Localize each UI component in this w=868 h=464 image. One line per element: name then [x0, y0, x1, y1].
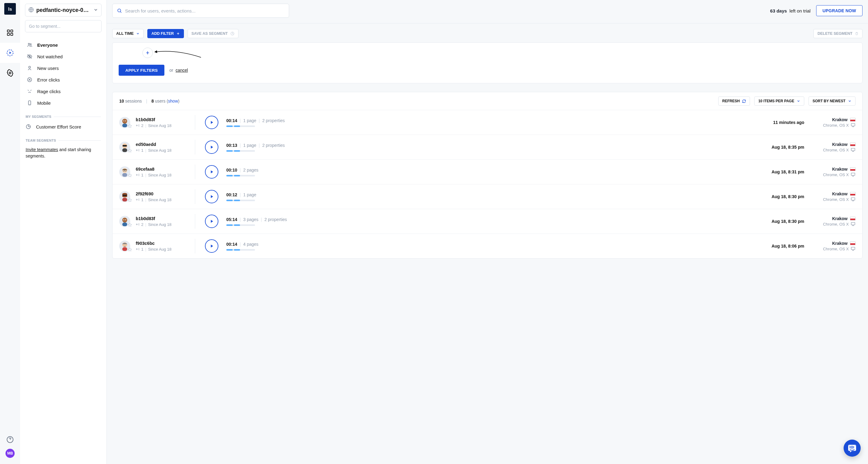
visits-icon: [136, 198, 140, 201]
my-segments-heading: MY SEGMENTS: [20, 115, 106, 118]
star-icon[interactable]: [128, 248, 132, 253]
sort-button[interactable]: SORT BY NEWEST: [808, 96, 856, 106]
mobile-icon: [27, 100, 32, 106]
nav-settings[interactable]: [0, 63, 20, 83]
rage-icon: [27, 89, 32, 94]
add-filter-circle[interactable]: [143, 48, 153, 58]
star-icon[interactable]: [128, 124, 132, 129]
session-meta: 05:14|3 pages|2 properties: [226, 217, 315, 226]
session-row[interactable]: 69cefaa81|Since Aug 1800:10|2 pagesAug 1…: [113, 160, 862, 184]
play-button[interactable]: [205, 239, 218, 253]
session-time: Aug 18, 8:06 pm: [320, 243, 804, 249]
visit-count: 2: [141, 123, 143, 128]
save-segment-button[interactable]: SAVE AS SEGMENT: [188, 29, 239, 38]
page-count: 1 page: [243, 118, 256, 123]
user-avatar[interactable]: MB: [5, 449, 14, 458]
session-meta: 00:14|1 page|2 properties: [226, 118, 315, 127]
page-count: 3 pages: [243, 217, 258, 222]
visits-icon: [136, 247, 140, 251]
segment-search-input[interactable]: [29, 24, 98, 29]
flag-icon: [850, 167, 856, 171]
session-row[interactable]: f903c6bc1|Since Aug 1800:14|4 pagesAug 1…: [113, 234, 862, 258]
flag-icon: [850, 118, 856, 121]
environment: Chrome, OS X: [823, 172, 849, 177]
environment: Chrome, OS X: [823, 148, 849, 152]
segment-item[interactable]: Error clicks: [21, 74, 105, 85]
play-button[interactable]: [205, 214, 218, 228]
show-users-link[interactable]: show: [168, 98, 178, 104]
svg-rect-30: [122, 173, 127, 177]
progress-bar: [226, 175, 255, 176]
play-button[interactable]: [205, 165, 218, 179]
upgrade-button[interactable]: UPGRADE NOW: [816, 5, 863, 16]
session-row[interactable]: b1b0d83f2|Since Aug 1800:14|1 page|2 pro…: [113, 110, 862, 135]
segment-item[interactable]: New users: [21, 62, 105, 74]
page-count: 1 page: [243, 143, 256, 148]
desktop-icon: [850, 197, 856, 202]
svg-rect-48: [851, 247, 855, 250]
flag-icon: [850, 217, 856, 221]
visits-icon: [136, 223, 140, 226]
page-count: 4 pages: [243, 242, 258, 246]
global-search-input[interactable]: [125, 8, 284, 13]
session-location: KrakowChrome, OS X: [810, 241, 856, 251]
segment-item[interactable]: Rage clicks: [21, 85, 105, 97]
star-icon[interactable]: [128, 198, 132, 203]
segment-item-label: Not watched: [37, 54, 63, 59]
svg-rect-22: [851, 124, 855, 126]
segment-item[interactable]: Everyone: [21, 39, 105, 51]
svg-rect-41: [122, 223, 127, 226]
flag-icon: [850, 241, 856, 245]
segment-item-label: Customer Effort Score: [36, 124, 81, 129]
refresh-button[interactable]: REFRESH: [718, 96, 750, 106]
session-row[interactable]: 2f92f6901|Since Aug 1800:12|1 pageAug 18…: [113, 184, 862, 209]
nav-sessions[interactable]: [0, 43, 20, 63]
visits-icon: [136, 173, 140, 177]
segment-item[interactable]: Mobile: [21, 97, 105, 109]
svg-point-18: [122, 119, 127, 124]
city: Krakow: [832, 167, 847, 172]
segment-item-label: Rage clicks: [37, 89, 61, 94]
visits-icon: [136, 148, 140, 152]
session-meta: 00:10|2 pages: [226, 168, 315, 176]
filter-toolbar: ALL TIME ADD FILTER SAVE AS SEGMENT DELE…: [112, 24, 863, 38]
svg-rect-47: [122, 247, 127, 251]
invite-teammates-link[interactable]: Invite teammates: [26, 147, 58, 152]
segment-search[interactable]: [25, 20, 101, 32]
environment: Chrome, OS X: [823, 246, 849, 251]
svg-point-21: [125, 121, 126, 121]
apply-filters-button[interactable]: APPLY FILTERS: [119, 65, 164, 76]
play-button[interactable]: [205, 116, 218, 129]
play-button[interactable]: [205, 190, 218, 203]
play-button[interactable]: [205, 140, 218, 154]
delete-segment-button[interactable]: DELETE SEGMENT: [813, 29, 863, 38]
session-meta: 00:14|4 pages: [226, 242, 315, 251]
segment-item-ces[interactable]: Customer Effort Score: [20, 121, 106, 133]
star-icon[interactable]: [128, 173, 132, 179]
duration: 00:14: [226, 242, 237, 246]
session-row[interactable]: ed50aedd1|Since Aug 1800:13|1 page|2 pro…: [113, 135, 862, 160]
star-icon[interactable]: [128, 223, 132, 228]
time-range-button[interactable]: ALL TIME: [112, 29, 144, 38]
help-button[interactable]: [0, 436, 20, 443]
trash-icon: [855, 32, 859, 35]
since-date: Since Aug 18: [148, 148, 172, 153]
desktop-icon: [850, 246, 856, 251]
eye-off-icon: [27, 54, 32, 59]
segment-item[interactable]: Not watched: [21, 51, 105, 62]
progress-bar: [226, 249, 255, 251]
nav-dashboard[interactable]: [0, 23, 20, 43]
items-per-page-button[interactable]: 10 ITEMS PER PAGE: [754, 96, 804, 106]
project-picker[interactable]: pedfantic-noyce-0b8d8...: [25, 4, 101, 17]
session-row[interactable]: b1b0d83f2|Since Aug 1805:14|3 pages|2 pr…: [113, 209, 862, 234]
global-search[interactable]: [112, 4, 289, 18]
duration: 00:10: [226, 168, 237, 172]
svg-rect-33: [851, 173, 855, 176]
session-location: KrakowChrome, OS X: [810, 216, 856, 227]
since-date: Since Aug 18: [148, 247, 172, 252]
star-icon[interactable]: [128, 149, 132, 154]
cancel-link[interactable]: cancel: [176, 68, 188, 72]
intercom-launcher[interactable]: [844, 440, 861, 457]
add-filter-button[interactable]: ADD FILTER: [147, 29, 184, 38]
city: Krakow: [832, 216, 847, 221]
